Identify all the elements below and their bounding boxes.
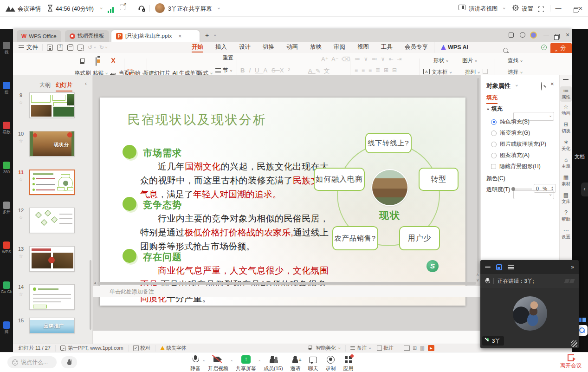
collapse-handle[interactable]: ‹	[581, 183, 588, 196]
dock-item-2[interactable]: 控	[0, 82, 13, 94]
menu-会员专享[interactable]: 会员专享	[399, 42, 434, 53]
tab-list-icon[interactable]: ∨	[213, 34, 217, 37]
clear-format-icon[interactable]: ⌫	[342, 56, 350, 63]
menu-开始[interactable]: 开始	[186, 42, 209, 53]
minimize-panel-icon[interactable]	[485, 267, 491, 268]
spinner-arrows[interactable]: ▲▼	[551, 186, 554, 191]
chevron-up-icon[interactable]: ∧	[258, 359, 261, 362]
collapse-rail-icon[interactable]	[563, 79, 569, 80]
star-icon[interactable]: ☆	[16, 138, 26, 144]
开启视频-button[interactable]: ∧开启视频	[207, 354, 229, 372]
meeting-details-button[interactable]: 会议详情	[18, 5, 41, 13]
rail-帮助[interactable]: ?帮助	[560, 210, 572, 222]
minimize-button[interactable]: —	[553, 5, 563, 12]
notes-area[interactable]: 单击此处添加备注	[93, 286, 480, 297]
radio-icon[interactable]	[491, 153, 497, 158]
file-menu[interactable]: 文件	[13, 44, 38, 52]
sync-check-icon[interactable]: ✓	[541, 45, 547, 50]
reset-label[interactable]: 重置	[223, 54, 233, 61]
tab-docer-templates[interactable]: 找稻壳模板	[65, 30, 109, 42]
increase-font-icon[interactable]: A⁺	[321, 56, 329, 63]
vertical-scrollbar[interactable]	[477, 78, 479, 273]
export-icon[interactable]	[57, 45, 63, 51]
slide-thumbnail-14[interactable]	[29, 284, 75, 310]
panel-scrollbar[interactable]	[90, 260, 91, 330]
collapse-panel-icon[interactable]: ‹	[85, 80, 87, 87]
list-indent-icons[interactable]: ≔∨≕∨⇤⇥	[355, 56, 406, 62]
next-slide-icon[interactable]: ∨	[476, 278, 479, 282]
dock-item-6[interactable]: WPS	[0, 241, 13, 254]
horizontal-scrollbar[interactable]	[97, 282, 476, 285]
menu-放映[interactable]: 放映	[304, 42, 328, 53]
rail-文库[interactable]: ▤文库	[560, 192, 572, 205]
fill-option-3[interactable]: 图片或纹理填充(P)	[491, 140, 546, 148]
chevron-up-icon[interactable]: ∧	[202, 359, 205, 362]
menu-动画[interactable]: 动画	[280, 42, 304, 53]
notes-button[interactable]: 备注∨	[350, 345, 372, 352]
save-icon[interactable]	[47, 45, 53, 51]
emoji-icon[interactable]	[12, 359, 18, 365]
star-icon[interactable]: ☆	[16, 177, 26, 182]
proof-button[interactable]: 校对	[140, 345, 150, 352]
radio-icon[interactable]	[491, 142, 497, 147]
fullscreen-icon[interactable]	[538, 7, 544, 12]
radio-icon[interactable]	[491, 119, 497, 125]
tab-presentation-file[interactable]: P[只读]茶花山庄.pptx×	[111, 30, 200, 42]
fill-option-5[interactable]: 隐藏背景图形(H)	[491, 163, 541, 170]
arrange-label[interactable]: 排列 ∨	[465, 69, 480, 76]
fill-section-header[interactable]: ∨ 填充	[486, 105, 503, 113]
redo-icon[interactable]: ↻	[99, 44, 104, 51]
audio-device-icon[interactable]	[137, 4, 146, 14]
section-label[interactable]: 节 ∨	[223, 67, 233, 74]
missing-font-button[interactable]: 缺失字体	[166, 345, 187, 352]
star-icon[interactable]: ☆	[16, 215, 26, 220]
rail-设置[interactable]: ⋯设置	[560, 228, 572, 240]
font-color-icons[interactable]: A✎文	[308, 67, 333, 75]
menu-审阅[interactable]: 审阅	[328, 42, 351, 53]
slide-thumbnail-10[interactable]: 现状分	[29, 131, 75, 157]
cut-icon[interactable]	[110, 58, 116, 64]
menu-WPS AI[interactable]: WPS AI	[434, 42, 475, 53]
search-icon[interactable]	[503, 48, 508, 53]
menu-设计[interactable]: 设计	[233, 42, 257, 53]
font-style-icons[interactable]: BIUASX²	[240, 67, 294, 74]
paste-button[interactable]	[96, 58, 97, 66]
sharer-status[interactable]: 3丫正在共享屏幕	[168, 5, 212, 13]
undo-menu-icon[interactable]: ∨	[93, 46, 97, 49]
邀请-button[interactable]: 邀请	[290, 354, 302, 372]
应用-button[interactable]: 应用	[342, 354, 355, 372]
section-icon[interactable]	[215, 68, 221, 72]
raise-hand-button[interactable]	[61, 356, 77, 368]
radio-icon[interactable]	[491, 131, 497, 136]
leave-meeting-button[interactable]: 离开会议	[556, 354, 586, 369]
transparency-input[interactable]: 0 % ▲▼	[534, 184, 556, 193]
录制-button[interactable]: 录制	[325, 354, 337, 372]
undo-icon[interactable]: ↺	[88, 44, 92, 51]
checkbox-icon[interactable]	[491, 164, 496, 169]
settings-button[interactable]: 设置	[522, 5, 533, 13]
tab-wps-home[interactable]: WWPS Office	[17, 30, 61, 42]
star-icon[interactable]: ☆	[16, 254, 26, 259]
workspace-icon[interactable]	[509, 33, 514, 38]
dock-item-3[interactable]: 易数	[0, 122, 13, 134]
sorter-view-icon[interactable]: ⊞	[413, 345, 417, 351]
rail-切换[interactable]: ⊞切换	[560, 122, 572, 134]
共享屏幕-button[interactable]: ∧共享屏幕	[235, 354, 257, 372]
dock-item-8[interactable]: 腾	[0, 321, 13, 334]
dock-item-4[interactable]: 360	[0, 162, 13, 174]
normal-view-icon[interactable]	[404, 346, 410, 351]
list-view-icon[interactable]	[508, 265, 514, 269]
rail-主题[interactable]: ⌂主题	[560, 157, 572, 170]
quick-chat-input[interactable]: 说点什么...	[7, 356, 57, 368]
chevron-up-icon[interactable]: ∧	[230, 359, 233, 362]
slideshow-play-icon[interactable]: ▶	[428, 345, 434, 351]
star-icon[interactable]: ☆	[16, 292, 26, 297]
close-panel-icon[interactable]: ×	[550, 80, 554, 87]
globe-icon[interactable]	[520, 32, 525, 38]
decrease-font-icon[interactable]: A⁻	[331, 56, 339, 63]
resize-handle[interactable]	[571, 340, 577, 347]
menu-切换[interactable]: 切换	[257, 42, 280, 53]
fill-option-2[interactable]: 渐变填充(G)	[491, 129, 530, 137]
dock-item-5[interactable]: 多开	[0, 202, 13, 214]
dock-item-7[interactable]: Go Ch	[0, 281, 13, 294]
